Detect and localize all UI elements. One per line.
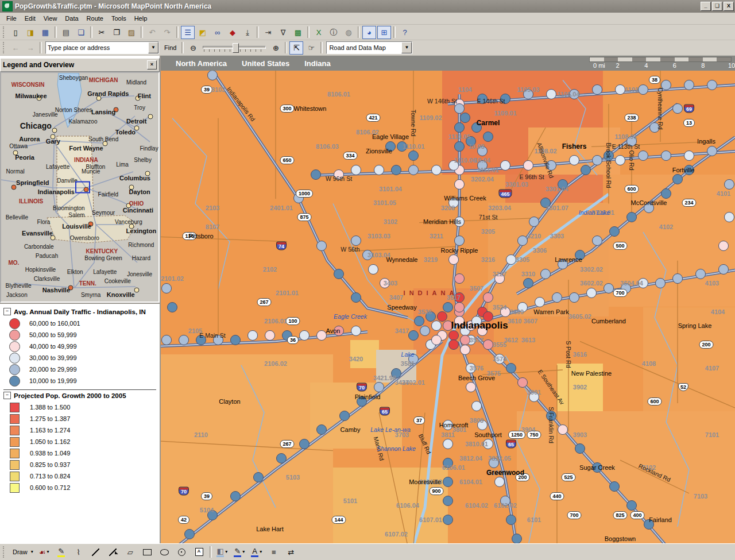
new-icon[interactable]: ▯: [9, 26, 22, 39]
traffic-data-point[interactable]: [448, 330, 459, 341]
overview-selection-box[interactable]: [75, 181, 90, 194]
traffic-data-point[interactable]: [460, 345, 470, 355]
traffic-data-point[interactable]: [638, 84, 648, 95]
traffic-data-point[interactable]: [374, 382, 384, 392]
collapse-icon[interactable]: −: [3, 308, 11, 315]
traffic-data-point[interactable]: [454, 122, 465, 133]
traffic-data-point[interactable]: [592, 84, 602, 95]
traffic-data-point[interactable]: [672, 273, 683, 284]
traffic-data-point[interactable]: [265, 330, 275, 341]
pushpin-button[interactable]: ☙▾: [36, 546, 52, 559]
traffic-data-point[interactable]: [707, 80, 717, 90]
traffic-data-point[interactable]: [316, 424, 327, 435]
traffic-data-point[interactable]: [655, 278, 666, 288]
map-tab-united-states[interactable]: United States: [242, 59, 289, 68]
chevron-down-icon[interactable]: ▼: [148, 42, 158, 53]
traffic-data-point[interactable]: [581, 165, 591, 175]
traffic-data-point[interactable]: [391, 165, 401, 175]
back-button[interactable]: ←: [9, 41, 22, 55]
traffic-data-point[interactable]: [431, 335, 442, 345]
traffic-data-point[interactable]: [506, 515, 516, 525]
traffic-data-point[interactable]: [529, 217, 539, 227]
traffic-data-point[interactable]: [483, 132, 493, 142]
traffic-data-point[interactable]: [523, 278, 533, 288]
traffic-data-point[interactable]: [707, 146, 717, 156]
traffic-data-point[interactable]: [626, 212, 637, 222]
traffic-data-point[interactable]: [523, 160, 533, 171]
traffic-data-point[interactable]: [184, 529, 195, 539]
map-canvas[interactable]: 3930042133465010008751362671003639422673…: [161, 71, 735, 543]
restore-button[interactable]: ❏: [712, 2, 722, 11]
traffic-data-point[interactable]: [334, 269, 344, 279]
territories-icon[interactable]: ▩: [291, 26, 305, 39]
traffic-data-point[interactable]: [517, 377, 528, 388]
traffic-data-point[interactable]: [718, 264, 729, 275]
traffic-data-point[interactable]: [460, 113, 470, 123]
traffic-data-point[interactable]: [316, 330, 327, 341]
traffic-data-point[interactable]: [408, 330, 419, 341]
radius-circle-button[interactable]: [174, 546, 190, 559]
cut-icon[interactable]: ✂: [95, 26, 109, 39]
chevron-down-icon[interactable]: ▾: [47, 550, 49, 554]
traffic-data-point[interactable]: [604, 283, 614, 293]
draw-menu-button[interactable]: Draw▾: [9, 546, 35, 559]
menu-tools[interactable]: Tools: [107, 14, 130, 23]
traffic-data-point[interactable]: [299, 439, 310, 449]
collapse-icon[interactable]: −: [3, 392, 11, 399]
forward-button[interactable]: →: [24, 41, 37, 55]
paste-icon[interactable]: ▨: [125, 26, 138, 39]
menu-data[interactable]: Data: [61, 14, 82, 23]
traffic-data-point[interactable]: [299, 330, 310, 341]
traffic-data-point[interactable]: [351, 326, 361, 336]
traffic-data-point[interactable]: [454, 273, 465, 284]
import-data-icon[interactable]: ⇥: [261, 26, 275, 39]
textbox-button[interactable]: [191, 546, 207, 559]
traffic-data-point[interactable]: [471, 401, 482, 411]
find-nearby-icon[interactable]: ∞: [211, 26, 225, 39]
traffic-data-point[interactable]: [247, 330, 258, 341]
traffic-data-point[interactable]: [161, 335, 172, 345]
traffic-data-point[interactable]: [575, 443, 585, 454]
line-color-button[interactable]: ✎▾: [231, 546, 247, 559]
traffic-data-point[interactable]: [684, 150, 694, 161]
traffic-data-point[interactable]: [506, 254, 516, 265]
traffic-data-point[interactable]: [207, 71, 218, 80]
traffic-data-point[interactable]: [592, 235, 602, 246]
traffic-data-point[interactable]: [615, 84, 625, 95]
traffic-data-point[interactable]: [718, 241, 729, 251]
map-tab-indiana[interactable]: Indiana: [304, 59, 331, 68]
traffic-data-point[interactable]: [351, 292, 361, 303]
map-style-dropdown[interactable]: Road and Data Map ▼: [326, 41, 412, 54]
zoom-slider[interactable]: [203, 43, 266, 53]
traffic-data-point[interactable]: [661, 188, 671, 199]
menu-edit[interactable]: Edit: [21, 14, 40, 23]
traffic-data-point[interactable]: [558, 424, 568, 435]
traffic-data-point[interactable]: [167, 302, 177, 312]
traffic-data-point[interactable]: [448, 339, 459, 350]
traffic-data-point[interactable]: [592, 155, 602, 165]
overview-map[interactable]: WISCONSINMICHIGANSheboyganMidlandMilwauk…: [0, 72, 160, 303]
legend-icon[interactable]: ☰: [181, 26, 195, 39]
traffic-data-point[interactable]: [626, 500, 637, 511]
font-color-button[interactable]: A▾: [249, 546, 265, 559]
traffic-data-point[interactable]: [454, 103, 465, 114]
traffic-data-point[interactable]: [414, 316, 424, 326]
traffic-data-point[interactable]: [443, 515, 453, 525]
traffic-data-point[interactable]: [161, 283, 172, 293]
freeform-button[interactable]: ▱: [122, 546, 138, 559]
directions-icon[interactable]: ⤓: [241, 26, 254, 39]
traffic-data-point[interactable]: [695, 269, 706, 279]
traffic-data-point[interactable]: [368, 264, 378, 275]
traffic-data-point[interactable]: [494, 477, 505, 487]
rectangle-button[interactable]: [140, 546, 156, 559]
traffic-data-point[interactable]: [179, 335, 189, 345]
traffic-data-point[interactable]: [420, 326, 430, 336]
chevron-down-icon[interactable]: ▾: [260, 550, 262, 554]
traffic-data-point[interactable]: [684, 80, 694, 90]
arrow-button[interactable]: [105, 546, 121, 559]
menu-route[interactable]: Route: [83, 14, 107, 23]
menu-view[interactable]: View: [40, 14, 61, 23]
traffic-data-point[interactable]: [672, 174, 683, 184]
traffic-data-point[interactable]: [339, 411, 350, 421]
traffic-data-point[interactable]: [374, 165, 384, 175]
